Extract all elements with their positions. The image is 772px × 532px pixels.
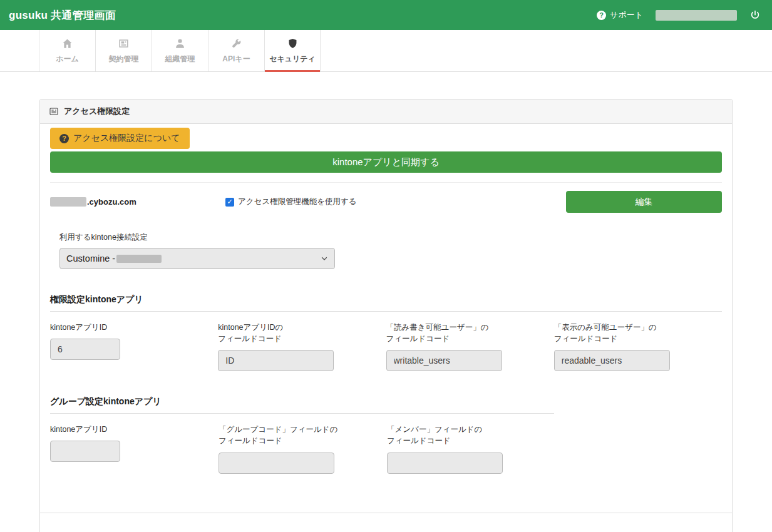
topbar: gusuku 共通管理画面 ? サポート: [0, 0, 772, 30]
power-icon: [749, 9, 761, 21]
organization-icon: [174, 38, 186, 49]
tab-label: 契約管理: [109, 54, 139, 64]
field-writable-users: 「読み書き可能ユーザー」の フィールドコード: [386, 322, 554, 371]
kintone-sync-button[interactable]: kintoneアプリと同期する: [50, 151, 722, 173]
connection-label: 利用するkintone接続設定: [59, 232, 722, 243]
field-label: kintoneアプリID: [50, 322, 218, 333]
list-icon: [49, 106, 59, 116]
tab-contracts[interactable]: 契約管理: [95, 30, 152, 71]
field-kintone-app-id: kintoneアプリID: [50, 322, 218, 371]
member-code-input[interactable]: [387, 453, 503, 474]
support-link[interactable]: ? サポート: [597, 9, 643, 21]
field-label: 「グループコード」フィールドの フィールドコード: [219, 424, 387, 446]
field-member-code: 「メンバー」フィールドの フィールドコード: [387, 424, 555, 473]
field-readable-users: 「表示のみ可能ユーザー」の フィールドコード: [554, 322, 722, 371]
chevron-down-icon: [321, 255, 328, 262]
panel-footer: [40, 513, 732, 532]
tab-organization[interactable]: 組織管理: [152, 30, 208, 71]
logout-button[interactable]: [749, 9, 761, 21]
domain-suffix: .cybozu.com: [87, 197, 136, 207]
field-group-code: 「グループコード」フィールドの フィールドコード: [219, 424, 387, 473]
access-permission-panel: アクセス権限設定 ? アクセス権限設定について kintoneアプリと同期する …: [39, 99, 733, 532]
home-icon: [61, 38, 73, 49]
domain-section: .cybozu.com アクセス権限管理機能を使用する 編集 利用するkinto…: [50, 182, 722, 474]
app-title: gusuku 共通管理画面: [9, 8, 116, 23]
app-id-fieldcode-input[interactable]: [218, 350, 334, 371]
readable-users-input[interactable]: [554, 350, 670, 371]
field-group-app-id: kintoneアプリID: [50, 424, 219, 473]
domain-row: .cybozu.com アクセス権限管理機能を使用する 編集: [50, 191, 722, 213]
tab-label: ホーム: [56, 54, 79, 64]
group-code-input[interactable]: [219, 453, 334, 474]
subdomain-redacted: [50, 197, 86, 207]
panel-title: アクセス権限設定: [64, 106, 130, 117]
perm-section-heading: 権限設定kintoneアプリ: [50, 294, 722, 312]
panel-body: ? アクセス権限設定について kintoneアプリと同期する .cybozu.c…: [40, 124, 732, 474]
panel-header: アクセス権限設定: [40, 100, 732, 124]
field-label: 「表示のみ可能ユーザー」の フィールドコード: [554, 322, 722, 344]
checkbox-label: アクセス権限管理機能を使用する: [238, 197, 357, 207]
perm-fields-row: kintoneアプリID kintoneアプリIDの フィールドコード: [50, 322, 722, 371]
kintone-connection-select[interactable]: Customine -: [59, 248, 335, 269]
tab-security[interactable]: セキュリティ: [264, 30, 321, 71]
question-circle-icon: ?: [597, 11, 606, 20]
field-label: 「メンバー」フィールドの フィールドコード: [387, 424, 555, 446]
field-app-id-fieldcode: kintoneアプリIDの フィールドコード: [218, 322, 386, 371]
tab-api-keys[interactable]: APIキー: [208, 30, 264, 71]
use-permission-checkbox[interactable]: [225, 198, 234, 207]
kintone-app-id-input[interactable]: [50, 339, 120, 360]
writable-users-input[interactable]: [386, 350, 502, 371]
domain-name: .cybozu.com: [50, 197, 225, 207]
field-label: kintoneアプリIDの フィールドコード: [218, 322, 386, 344]
field-label: kintoneアプリID: [50, 424, 219, 435]
tab-home[interactable]: ホーム: [39, 30, 95, 71]
support-label: サポート: [610, 9, 643, 21]
main-nav: ホーム 契約管理 組織管理 APIキー セキュリティ: [0, 30, 772, 72]
tab-label: APIキー: [222, 54, 250, 64]
group-app-id-input[interactable]: [50, 441, 120, 462]
account-name-redacted: [656, 10, 737, 21]
field-label: 「読み書き可能ユーザー」の フィールドコード: [386, 322, 554, 344]
group-fields-row: kintoneアプリID 「グループコード」フィールドの フィールドコード: [50, 424, 722, 473]
permission-help-button[interactable]: ? アクセス権限設定について: [50, 128, 190, 149]
edit-button[interactable]: 編集: [566, 191, 722, 213]
help-button-label: アクセス権限設定について: [73, 133, 180, 144]
tab-label: 組織管理: [165, 54, 195, 64]
shield-icon: [287, 38, 299, 49]
contract-icon: [118, 38, 130, 49]
api-key-icon: [230, 38, 242, 49]
connection-name-redacted: [116, 255, 162, 263]
tab-label: セキュリティ: [269, 54, 316, 64]
main-content: アクセス権限設定 ? アクセス権限設定について kintoneアプリと同期する …: [0, 72, 772, 532]
selected-connection: Customine -: [66, 253, 115, 263]
use-permission-checkbox-row: アクセス権限管理機能を使用する: [225, 197, 566, 207]
topbar-right: ? サポート: [597, 9, 761, 21]
question-circle-icon: ?: [59, 134, 69, 143]
group-section-heading: グループ設定kintoneアプリ: [50, 396, 554, 414]
connection-setting: 利用するkintone接続設定 Customine -: [59, 232, 722, 269]
